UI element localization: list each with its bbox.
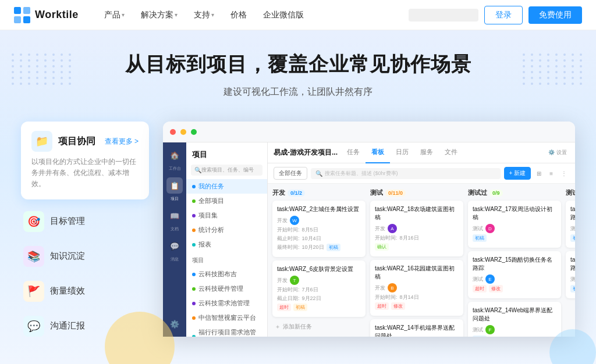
logo[interactable]: Worktile [14,7,79,23]
new-task-btn[interactable]: + 新建 [504,167,531,180]
nav-dot [192,243,196,247]
kanban-card[interactable]: task:WARZ_16花园建筑蓝图初稿 开发 B 开始时间: 8月14日 [370,260,463,316]
card-title: task:WARZ_14Web端界界送配问题处 [473,306,556,323]
app-toolbar: 全部任务 🔍 搜索任务标题、描述 ($0hr费率) + 新建 ⊞ ≡ ⋮ [268,163,575,184]
icon-label-worktable: 工作台 [169,166,181,172]
report-icon: 💬 [23,316,44,337]
svg-rect-3 [23,16,30,23]
nav-project-4[interactable]: 福行行项目需求池管理 [186,325,267,337]
tab-file[interactable]: 文件 [439,142,463,163]
nav-dot [192,229,196,232]
chevron-down-icon: ▾ [211,12,214,18]
feature-card-project[interactable]: 📁 项目协同 查看更多 > 以项目化的方式让企业中的一切任务井井有条、优化流程、… [21,122,149,199]
nav-project-section: 项目 [186,252,267,267]
nav-product[interactable]: 产品 ▾ [97,6,132,24]
app-icon-sidebar: 🏠 工作台 📋 项目 📖 文档 💬 消息 ⚙️ [163,142,186,337]
kanban-card[interactable]: task:WARZ_19海报显示任务名路踪 测试过 G 初稿 [566,201,575,248]
card-footer: 初稿 [473,336,556,337]
login-button[interactable]: 登录 [484,6,523,24]
col-badge: 0/9 [489,190,503,197]
toolbar-search[interactable]: 🔍 搜索任务标题、描述 ($0hr费率) [311,168,501,179]
window-minimize-dot [180,129,186,135]
card-row: 测试 E [473,274,556,284]
avatar: D [485,224,495,233]
card-title: task:WARZ_16花园建筑蓝图初稿 [375,265,459,281]
filter-icon[interactable]: ≡ [547,170,555,177]
avatar: T [290,276,299,285]
kanban-board: 开发 0/1/2 task:WARZ_2主城任务属性设置 开发 W [268,184,575,337]
tab-calendar[interactable]: 日历 [390,142,414,163]
tab-board[interactable]: 看板 [366,142,390,163]
kanban-card[interactable]: task:WARZ_15跑酷切换任务名路踪 测试 E 超时 修改 [468,251,561,298]
app-icon-msg[interactable]: 💬 [166,238,183,254]
kanban-card[interactable]: task:WARZ_17双周活动设计初稿 测试 D 初稿 [468,201,561,248]
col-header-tested: 测试过 0/9 [468,188,561,197]
card-dates: 开始时间: 7月6日 [277,286,361,294]
card-title: task:WARZ_15跑酷切换任务名路踪 [473,256,556,272]
chevron-down-icon: ▾ [122,12,125,18]
card-label: 初稿 [570,234,575,242]
project-icon: 📁 [31,131,52,152]
card-label: 初稿 [473,336,487,337]
avatar: W [290,216,299,225]
nav-project-1[interactable]: 云科技硬件管理 [186,281,267,296]
kanban-card[interactable]: task:WARZ_18农场建筑蓝图初稿 开发 A 开始时间: 8月16日 [370,201,463,256]
kanban-col-tested: 测试过 0/9 task:WARZ_17双周活动设计初稿 测试 D [468,188,561,332]
card-row: 开发 A [375,224,459,233]
nav-project-3[interactable]: 中信智慧视窗云平台 [186,311,267,325]
nav-dot [192,287,196,291]
nav-project-0[interactable]: 云科技图布吉 [186,267,267,281]
nav-search[interactable]: 🔍 搜索项目、任务、编号 [191,165,262,176]
filter-btn[interactable]: 全部任务 [274,167,307,180]
card-footer: 超时 修改 [473,285,556,292]
app-icon-home[interactable]: 🏠 [166,147,183,163]
card-title: task:WARZ_13海报显示任务名路踪 [570,256,575,272]
nav-report[interactable]: 报表 [186,237,267,252]
kanban-card[interactable]: task:WARZ_6皮肤背景定设置 开发 T 开始时间: 7月6日 [272,260,366,317]
nav-project-2[interactable]: 云科技需求池管理 [186,296,267,311]
nav-solution[interactable]: 解决方案 ▾ [134,6,185,24]
nav-stats[interactable]: 统计分析 [186,223,267,237]
free-trial-button[interactable]: 免费使用 [528,6,582,24]
nav-dot [192,316,196,320]
app-icon-doc[interactable]: 📖 [166,208,183,224]
nav-dot [192,302,196,305]
nav-pricing[interactable]: 价格 [224,6,254,24]
goal-icon: 🎯 [23,211,44,232]
user-info [409,9,478,22]
group-icon[interactable]: ⋮ [559,170,569,177]
feature-card-goal[interactable]: 🎯 目标管理 [21,204,149,239]
kanban-card[interactable]: task:WARZ_14Web端界界送配问题处 测试 F 初稿 [468,302,561,337]
dots-decoration-left: for(let i=0;i<48;i++) document.write('<d… [12,53,73,85]
kanban-card[interactable]: task:WARZ_14手机端界界送配问题处 开发 C 开始时间: 8月13日 [370,319,463,337]
nav-all-projects[interactable]: 全部项目 [186,194,267,208]
kanban-add-task[interactable]: ＋ 添加新任务 [272,320,366,333]
feature-title: 知识沉淀 [50,251,85,262]
tab-service[interactable]: 服务 [414,142,439,163]
settings-icon[interactable]: ⚙️ 设置 [548,149,567,156]
dots-decoration-right: for(let i=0;i<48;i++) document.write('<d… [523,53,584,85]
nav-support[interactable]: 支持 ▾ [187,6,221,24]
card-label: 超时 [375,302,389,310]
icon-label-msg: 消息 [171,256,179,262]
nav-my-tasks[interactable]: 我的任务 [186,179,267,194]
app-screenshot: 🏠 工作台 📋 项目 📖 文档 💬 消息 ⚙️ 项目 🔍 搜索项目、任务、编号 [163,122,575,337]
feature-card-knowledge[interactable]: 📚 知识沉淀 [21,239,149,274]
kanban-card[interactable]: task:WARZ_13海报显示任务名路踪 测试 H 初稿 [566,251,575,298]
card-title: task:WARZ_17双周活动设计初稿 [473,205,556,222]
svg-rect-0 [14,7,21,14]
hero-title: 从目标到项目，覆盖企业常见协作场景 [0,51,596,78]
tab-task[interactable]: 任务 [341,142,366,163]
nav-wechat[interactable]: 企业微信版 [256,6,311,24]
card-row: 测试 F [473,325,556,334]
feature-card-performance[interactable]: 🚩 衡量绩效 [21,274,149,309]
feature-link[interactable]: 查看更多 > [105,137,139,147]
chevron-down-icon: ▾ [175,12,178,18]
nav-project-set[interactable]: 项目集 [186,208,267,223]
card-dates: 开始时间: 8月16日 [375,234,459,242]
kanban-card[interactable]: task:WARZ_2主城任务属性设置 开发 W 开始时间: 8月5日 [272,201,366,257]
view-icon[interactable]: ⊞ [534,170,544,177]
app-icon-project[interactable]: 📋 [166,177,183,194]
kanban-col-test: 测试 0/11/0 task:WARZ_18农场建筑蓝图初稿 开发 A [370,188,463,332]
nav-dot [192,335,196,337]
